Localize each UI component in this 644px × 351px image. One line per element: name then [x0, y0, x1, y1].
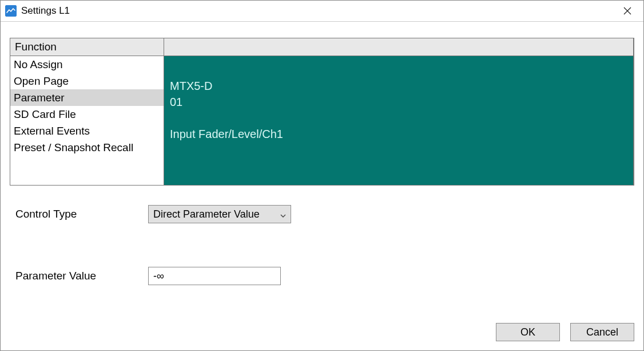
function-item-no-assign[interactable]: No Assign [10, 56, 164, 73]
control-type-row: Control Type Direct Parameter Value [15, 205, 634, 223]
function-item-external-events[interactable]: External Events [10, 123, 164, 139]
parameter-value-row: Parameter Value [15, 267, 634, 285]
control-type-select[interactable]: Direct Parameter Value [148, 205, 291, 223]
detail-column: MTX5-D 01 Input Fader/Level/Ch1 [164, 38, 633, 185]
dialog-body: Function No Assign Open Page Parameter S… [1, 22, 643, 350]
detail-body[interactable]: MTX5-D 01 Input Fader/Level/Ch1 [164, 56, 633, 185]
function-item-open-page[interactable]: Open Page [10, 73, 164, 89]
detail-id: 01 [170, 94, 627, 110]
app-icon [5, 5, 17, 17]
function-item-parameter[interactable]: Parameter [10, 89, 164, 106]
titlebar: Settings L1 [1, 1, 643, 22]
close-button[interactable] [611, 1, 643, 21]
function-header: Function [10, 38, 164, 56]
function-list: No Assign Open Page Parameter SD Card Fi… [10, 56, 164, 185]
detail-path: Input Fader/Level/Ch1 [170, 126, 627, 142]
settings-dialog: Settings L1 Function No Assign Open Page… [0, 0, 644, 351]
chevron-down-icon [280, 206, 286, 223]
function-item-preset-snapshot-recall[interactable]: Preset / Snapshot Recall [10, 139, 164, 156]
ok-button[interactable]: OK [496, 323, 560, 341]
function-column: Function No Assign Open Page Parameter S… [10, 38, 164, 185]
function-item-sd-card-file[interactable]: SD Card File [10, 106, 164, 123]
parameter-value-label: Parameter Value [15, 270, 148, 282]
detail-header [164, 38, 633, 56]
window-title: Settings L1 [21, 5, 611, 17]
dialog-buttons: OK Cancel [10, 323, 634, 341]
control-type-label: Control Type [15, 208, 148, 220]
top-panel: Function No Assign Open Page Parameter S… [10, 38, 634, 186]
cancel-button[interactable]: Cancel [570, 323, 634, 341]
parameter-value-input[interactable] [148, 267, 281, 285]
control-type-value: Direct Parameter Value [153, 208, 260, 220]
close-icon [623, 7, 631, 15]
detail-device: MTX5-D [170, 78, 627, 94]
form-area: Control Type Direct Parameter Value Para… [10, 205, 634, 285]
